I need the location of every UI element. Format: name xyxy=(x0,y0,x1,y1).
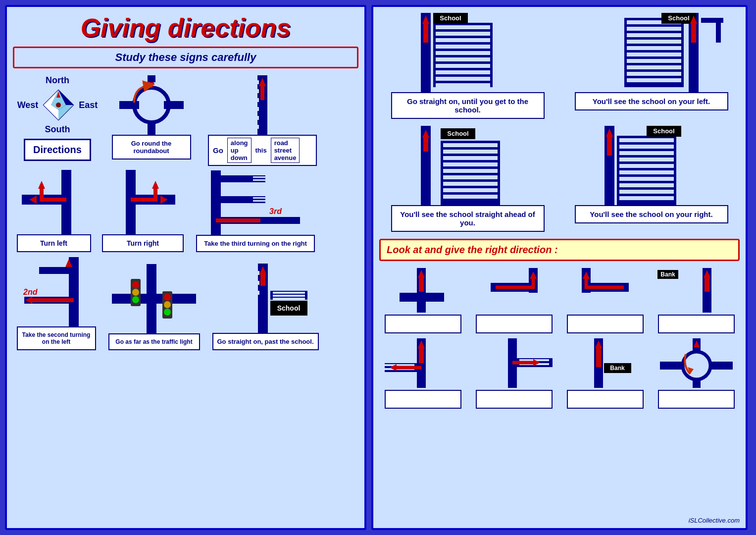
svg-rect-176 xyxy=(693,379,701,388)
watermark: iSLCollective.com xyxy=(689,517,740,524)
ex5-icon xyxy=(385,338,461,388)
compass-north: North xyxy=(46,75,69,86)
ex3 xyxy=(561,268,649,333)
ex7-icon: Bank xyxy=(567,338,644,388)
compass-south: South xyxy=(45,124,70,135)
scenario-1: School Go straight on, until you get to … xyxy=(379,13,556,119)
svg-rect-130 xyxy=(619,170,674,174)
ex3-answer[interactable] xyxy=(567,315,644,333)
turn-left-label: Turn left xyxy=(17,234,91,252)
svg-rect-67 xyxy=(260,273,265,286)
svg-rect-111 xyxy=(443,156,498,160)
ex6-answer[interactable] xyxy=(476,390,553,409)
svg-rect-113 xyxy=(443,169,498,173)
svg-point-57 xyxy=(132,296,139,303)
ex1-answer[interactable] xyxy=(385,315,461,333)
svg-rect-95 xyxy=(627,40,681,44)
scenario-4: School You'll see the school on your rig… xyxy=(563,126,740,232)
svg-point-61 xyxy=(164,309,171,316)
svg-rect-125 xyxy=(619,138,674,142)
ex5 xyxy=(379,338,466,409)
ex2-icon xyxy=(476,268,553,313)
svg-rect-94 xyxy=(627,33,681,37)
svg-rect-39 xyxy=(253,176,265,178)
ex4-answer[interactable] xyxy=(658,315,735,333)
third-turning-icon: 3rd xyxy=(196,170,315,235)
svg-rect-99 xyxy=(627,65,681,69)
ex8-answer[interactable] xyxy=(658,390,735,409)
svg-text:2nd: 2nd xyxy=(23,288,38,296)
svg-rect-63 xyxy=(255,271,259,275)
second-turning-label: Take the second turning on the left xyxy=(17,326,96,350)
road-label: road xyxy=(274,139,297,147)
svg-rect-38 xyxy=(260,217,300,224)
scenario3-icon: School xyxy=(391,126,545,205)
svg-rect-64 xyxy=(255,281,259,285)
svg-rect-10 xyxy=(148,75,155,82)
svg-rect-20 xyxy=(255,125,259,129)
svg-rect-17 xyxy=(255,98,259,102)
svg-rect-12 xyxy=(164,101,184,109)
svg-text:School: School xyxy=(277,304,301,312)
svg-rect-31 xyxy=(211,170,221,235)
svg-text:School: School xyxy=(447,130,468,137)
svg-rect-151 xyxy=(705,277,709,292)
svg-rect-107 xyxy=(716,18,721,43)
bank-label1: Bank xyxy=(657,270,678,279)
svg-point-55 xyxy=(132,281,139,288)
svg-rect-132 xyxy=(619,183,674,187)
svg-text:3rd: 3rd xyxy=(269,207,282,215)
svg-rect-84 xyxy=(436,77,490,81)
along-label: along xyxy=(231,139,248,147)
scenario-2: School You'll see the school on your lef… xyxy=(563,13,740,119)
ex8-icon xyxy=(658,338,735,388)
roundabout-icon xyxy=(117,75,186,135)
svg-rect-82 xyxy=(436,64,490,68)
ex6-icon xyxy=(476,338,553,388)
svg-rect-97 xyxy=(627,53,681,56)
ex8 xyxy=(653,338,740,409)
traffic-light-icon xyxy=(112,264,196,333)
scenario1-icon: School xyxy=(391,13,545,92)
scenario-3: School You'll see the school straight ah… xyxy=(379,126,556,232)
go-past-school-label: Go straight on, past the school. xyxy=(212,333,319,350)
main-title: Giving directions xyxy=(13,13,358,43)
ex4-icon xyxy=(680,268,735,313)
svg-rect-33 xyxy=(221,196,251,203)
ex2-answer[interactable] xyxy=(476,315,553,333)
traffic-light-label: Go as far as the traffic light xyxy=(108,333,200,350)
avenue-label: avenue xyxy=(274,154,297,161)
svg-rect-32 xyxy=(221,175,251,182)
ex7: Bank xyxy=(561,338,649,409)
svg-point-59 xyxy=(164,294,171,301)
svg-rect-44 xyxy=(69,257,79,326)
svg-marker-29 xyxy=(152,181,159,189)
svg-rect-11 xyxy=(148,122,155,135)
svg-rect-127 xyxy=(619,151,674,155)
svg-point-60 xyxy=(164,301,171,308)
go-label: Go xyxy=(213,146,223,155)
svg-rect-22 xyxy=(260,85,264,100)
svg-rect-83 xyxy=(436,70,490,74)
svg-rect-128 xyxy=(619,158,674,161)
svg-rect-101 xyxy=(627,78,681,82)
svg-rect-116 xyxy=(443,188,498,192)
svg-rect-73 xyxy=(273,298,305,300)
svg-rect-141 xyxy=(419,277,424,292)
exercise-grid-bottom: Bank xyxy=(379,338,740,409)
svg-rect-177 xyxy=(710,362,733,370)
subtitle-box: Study these signs carefully xyxy=(13,47,358,68)
svg-rect-19 xyxy=(255,116,259,120)
ex6 xyxy=(470,338,557,409)
ex5-answer[interactable] xyxy=(385,390,461,409)
svg-rect-156 xyxy=(385,372,414,374)
svg-rect-89 xyxy=(423,23,428,43)
ex7-answer[interactable] xyxy=(567,390,644,409)
third-turning-label: Take the third turning on the right xyxy=(196,235,315,252)
turn-left-icon xyxy=(22,170,86,234)
svg-rect-100 xyxy=(627,72,681,76)
exercise-grid-top: Bank xyxy=(379,268,740,333)
svg-rect-42 xyxy=(253,200,265,202)
svg-rect-131 xyxy=(619,177,674,181)
svg-rect-126 xyxy=(619,145,674,149)
